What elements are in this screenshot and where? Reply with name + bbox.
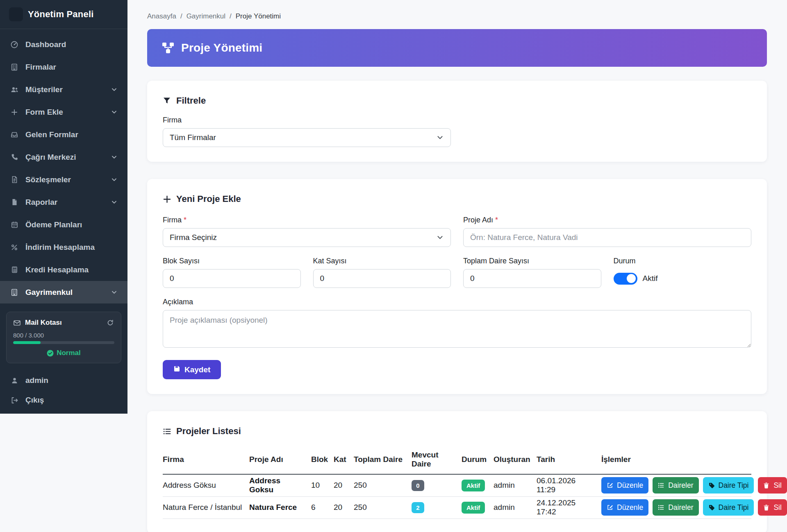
chevron-down-icon	[110, 289, 118, 296]
breadcrumb: Anasayfa / Gayrimenkul / Proje Yönetimi	[147, 12, 767, 20]
sidebar-item-odeme-planlari[interactable]: Ödeme Planları	[0, 213, 127, 236]
kat-sayisi-input[interactable]	[313, 269, 451, 288]
sidebar-item-sozlesmeler[interactable]: Sözleşmeler	[0, 168, 127, 191]
cell-firma: Natura Ferce / İstanbul	[163, 496, 246, 518]
col-tarih: Tarih	[533, 445, 598, 474]
durum-toggle-label: Aktif	[643, 274, 658, 283]
sidebar-item-label: Sözleşmeler	[25, 175, 104, 184]
app-title: Yönetim Paneli	[28, 9, 94, 20]
file-contract-icon	[10, 175, 19, 184]
users-icon	[10, 85, 19, 94]
sidebar-username: admin	[25, 376, 118, 385]
sidebar-item-label: Kredi Hesaplama	[25, 265, 118, 274]
durum-label: Durum	[614, 257, 752, 265]
cell-kat: 20	[330, 496, 350, 518]
tag-icon	[708, 504, 715, 511]
table-header-row: Firma Proje Adı Blok Kat Toplam Daire Me…	[163, 445, 751, 474]
mail-quota-title: Mail Kotası	[25, 319, 102, 327]
edit-button[interactable]: Düzenle	[601, 499, 648, 516]
flats-button-label: Daireler	[668, 481, 693, 490]
sidebar-logout-label: Çıkış	[25, 396, 118, 405]
delete-button[interactable]: Sil	[758, 499, 787, 516]
flats-button-label: Daireler	[668, 503, 693, 512]
cell-toplam-daire: 250	[350, 474, 408, 496]
cell-kat: 20	[330, 474, 350, 496]
firma-select-value: Firma Seçiniz	[170, 233, 217, 242]
required-asterisk: *	[495, 216, 498, 224]
sidebar-item-dashboard[interactable]: Dashboard	[0, 33, 127, 56]
edit-button[interactable]: Düzenle	[601, 477, 648, 494]
flats-button[interactable]: Daireler	[653, 477, 698, 494]
proje-adi-input[interactable]	[463, 228, 751, 247]
sidebar-logout[interactable]: Çıkış	[0, 390, 127, 410]
sidebar-item-form-ekle[interactable]: Form Ekle	[0, 101, 127, 123]
cell-blok: 6	[308, 496, 330, 518]
cell-tarih: 24.12.2025 17:42	[533, 496, 598, 518]
chevron-down-icon	[110, 176, 118, 183]
save-button-label: Kaydet	[184, 365, 210, 374]
breadcrumb-separator: /	[230, 12, 232, 20]
col-toplam-daire: Toplam Daire	[350, 445, 408, 474]
sidebar: Yönetim Paneli Dashboard Firmalar Müşter…	[0, 0, 127, 414]
cell-tarih: 06.01.2026 11:29	[533, 474, 598, 496]
cell-firma: Address Göksu	[163, 474, 246, 496]
calendar-icon	[10, 220, 19, 229]
col-firma: Firma	[163, 445, 246, 474]
sidebar-item-indirim-hesaplama[interactable]: İndirim Hesaplama	[0, 236, 127, 258]
file-icon	[10, 198, 19, 207]
delete-button[interactable]: Sil	[758, 477, 787, 494]
sidebar-footer: admin Çıkış	[0, 371, 127, 410]
aciklama-textarea[interactable]	[163, 310, 751, 348]
trash-icon	[763, 482, 770, 489]
sidebar-menu: Dashboard Firmalar Müşteriler Form Ekle …	[0, 29, 127, 303]
col-mevcut-daire: Mevcut Daire	[408, 445, 458, 474]
flat-type-button[interactable]: Daire Tipi	[703, 477, 754, 494]
chevron-down-icon	[110, 154, 118, 161]
mail-quota-usage: 800 / 3.000	[13, 332, 114, 339]
cell-olusturan: admin	[490, 474, 533, 496]
sidebar-item-label: Ödeme Planları	[25, 220, 118, 229]
list-icon	[658, 482, 665, 489]
col-durum: Durum	[458, 445, 490, 474]
col-islemler: İşlemler	[598, 445, 751, 474]
flats-button[interactable]: Daireler	[653, 499, 698, 516]
mail-quota-progress-fill	[13, 341, 41, 344]
blok-sayisi-input[interactable]	[163, 269, 301, 288]
breadcrumb-anasayfa[interactable]: Anasayfa	[147, 12, 176, 20]
refresh-icon[interactable]	[106, 319, 114, 327]
cell-proje-adi: Address Goksu	[246, 474, 308, 496]
flat-type-button-label: Daire Tipi	[719, 481, 749, 490]
breadcrumb-gayrimenkul[interactable]: Gayrimenkul	[187, 12, 225, 20]
breadcrumb-current: Proje Yönetimi	[236, 12, 281, 20]
firma-filter-select[interactable]: Tüm Firmalar	[163, 128, 451, 147]
trash-icon	[763, 504, 770, 511]
edit-icon	[607, 504, 614, 511]
durum-toggle[interactable]	[614, 273, 637, 285]
sidebar-user[interactable]: admin	[0, 371, 127, 390]
aciklama-label: Açıklama	[163, 298, 751, 306]
new-project-card: Yeni Proje Ekle Firma * Firma Seçiniz Pr…	[147, 179, 767, 394]
firma-select[interactable]: Firma Seçiniz	[163, 228, 451, 247]
sidebar-item-cagri-merkezi[interactable]: Çağrı Merkezi	[0, 146, 127, 168]
phone-icon	[10, 153, 19, 162]
sidebar-item-raporlar[interactable]: Raporlar	[0, 191, 127, 213]
sidebar-item-gelen-formlar[interactable]: Gelen Formlar	[0, 123, 127, 146]
toplam-daire-input[interactable]	[463, 269, 601, 288]
funnel-icon	[163, 96, 172, 105]
sidebar-item-label: Raporlar	[25, 198, 104, 207]
cell-olusturan: admin	[490, 496, 533, 518]
plus-icon	[163, 195, 172, 204]
projects-list-title: Projeler Listesi	[176, 426, 241, 437]
status-badge: Aktif	[462, 480, 485, 491]
chevron-down-icon	[437, 234, 444, 241]
mevcut-daire-badge: 2	[412, 502, 424, 513]
flat-type-button[interactable]: Daire Tipi	[703, 499, 754, 516]
sidebar-item-kredi-hesaplama[interactable]: Kredi Hesaplama	[0, 258, 127, 281]
sidebar-item-gayrimenkul[interactable]: Gayrimenkul	[0, 281, 127, 303]
sidebar-item-firmalar[interactable]: Firmalar	[0, 56, 127, 78]
sidebar-item-musteriler[interactable]: Müşteriler	[0, 78, 127, 101]
new-project-card-title: Yeni Proje Ekle	[176, 194, 241, 204]
save-button[interactable]: Kaydet	[163, 360, 221, 379]
status-badge: Aktif	[462, 502, 485, 514]
delete-button-label: Sil	[773, 503, 781, 512]
